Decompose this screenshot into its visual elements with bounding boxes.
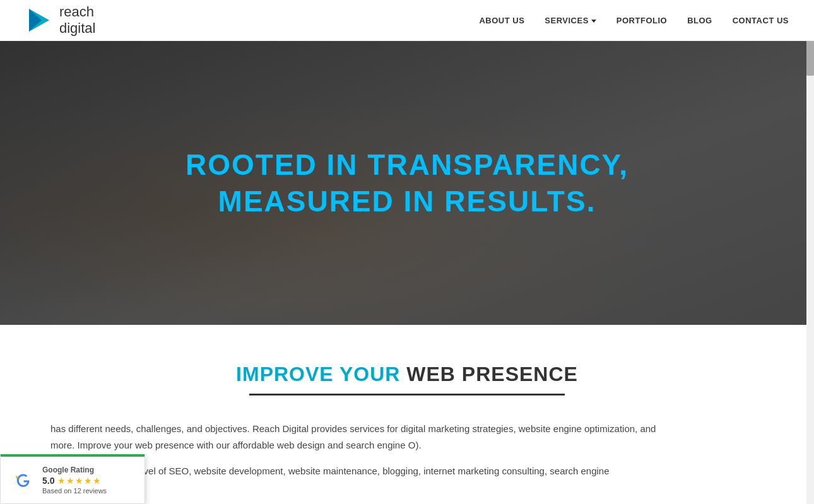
navbar: reach digital ABOUT US SERVICES PORTFOLI… [0,0,814,41]
nav-portfolio[interactable]: PORTFOLIO [616,15,667,26]
body-paragraph-2: Receive the highest level of SEO, websit… [50,463,681,479]
section-body: has different needs, challenges, and obj… [50,421,681,479]
scrollbar[interactable] [806,0,814,504]
title-underline [249,394,565,396]
star-2: ★ [66,476,74,486]
rating-label: Google Rating [42,466,107,474]
hero-title-line1: ROOTED IN TRANSPARENCY, [186,148,628,182]
logo-icon [25,6,53,34]
google-logo [11,468,35,492]
star-4: ★ [84,476,92,486]
nav-about[interactable]: ABOUT US [479,15,524,26]
logo[interactable]: reach digital [25,4,95,37]
hero-title-line2: MEASURED IN RESULTS. [186,184,628,218]
svg-point-2 [11,468,35,492]
rating-score: 5.0 ★ ★ ★ ★ ★ [42,476,107,486]
nav-blog[interactable]: BLOG [687,15,712,26]
rating-info: Google Rating 5.0 ★ ★ ★ ★ ★ Based on 12 … [42,466,107,495]
section-title: IMPROVE YOUR WEB PRESENCE [50,363,764,386]
star-5: ★ [93,476,101,486]
brand-name: reach digital [59,4,95,37]
nav-services[interactable]: SERVICES [545,16,596,25]
stars: ★ ★ ★ ★ ★ [57,476,101,486]
svg-marker-1 [29,9,42,32]
star-1: ★ [57,476,66,486]
chevron-down-icon [591,20,596,23]
rating-reviews: Based on 12 reviews [42,487,107,495]
body-paragraph-1: has different needs, challenges, and obj… [50,421,681,453]
nav-links: ABOUT US SERVICES PORTFOLIO BLOG CONTACT… [479,15,789,26]
star-3: ★ [75,476,83,486]
hero-section: ROOTED IN TRANSPARENCY, MEASURED IN RESU… [0,41,814,325]
nav-contact[interactable]: CONTACT US [733,15,789,26]
hero-content: ROOTED IN TRANSPARENCY, MEASURED IN RESU… [186,148,628,218]
google-rating-widget[interactable]: Google Rating 5.0 ★ ★ ★ ★ ★ Based on 12 … [0,454,145,504]
rating-number: 5.0 [42,476,54,486]
